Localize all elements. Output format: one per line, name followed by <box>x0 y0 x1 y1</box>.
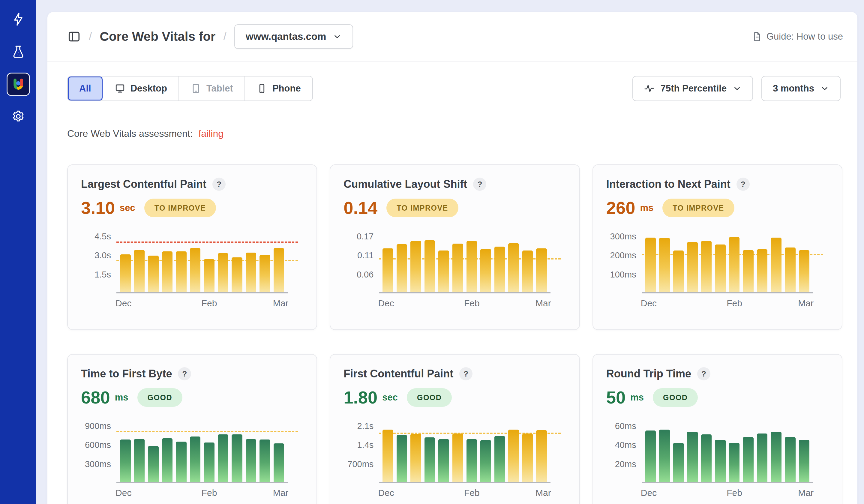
chart-bar[interactable] <box>218 434 229 482</box>
x-axis-label: Mar <box>798 488 814 498</box>
chart-bar[interactable] <box>246 439 256 482</box>
chart-bar[interactable] <box>799 440 810 482</box>
chart-bar[interactable] <box>701 434 712 482</box>
chart-bar[interactable] <box>729 237 740 292</box>
chart-bar[interactable] <box>536 430 547 482</box>
chart-bar[interactable] <box>536 248 547 292</box>
guide-link[interactable]: Guide: How to use <box>752 31 843 42</box>
tablet-icon <box>191 83 201 94</box>
chart-bar[interactable] <box>480 249 491 292</box>
help-icon[interactable]: ? <box>736 178 750 191</box>
chart-bar[interactable] <box>120 254 131 292</box>
chart-bar[interactable] <box>218 253 229 292</box>
card-title: Interaction to Next Paint <box>606 178 731 191</box>
chart-bar[interactable] <box>771 432 781 482</box>
chart-bar[interactable] <box>410 241 421 292</box>
chart-bar[interactable] <box>467 241 477 292</box>
date-range-dropdown[interactable]: 3 months <box>761 76 841 101</box>
card-title: Largest Contentful Paint <box>81 178 206 191</box>
chart-bar[interactable] <box>480 440 491 482</box>
chart-bar[interactable] <box>687 242 698 292</box>
chart-bar[interactable] <box>383 430 393 482</box>
chart-bar[interactable] <box>687 432 698 482</box>
chart-bar[interactable] <box>148 256 159 292</box>
metric-chart: 0.170.110.06 DecFebMar <box>344 233 566 311</box>
sidebar-toggle-icon[interactable] <box>67 30 81 44</box>
flask-icon[interactable] <box>11 45 25 59</box>
chart-bar[interactable] <box>729 443 740 482</box>
chart-bar[interactable] <box>673 443 684 482</box>
chart-bar[interactable] <box>757 249 768 292</box>
chart-bar[interactable] <box>148 446 159 482</box>
chart-bar[interactable] <box>659 238 670 292</box>
chart-bar[interactable] <box>785 248 795 292</box>
chart-bar[interactable] <box>757 433 768 482</box>
chart-bar[interactable] <box>743 437 754 482</box>
help-icon[interactable]: ? <box>697 367 710 381</box>
chart-bar[interactable] <box>701 241 712 292</box>
chart-bar[interactable] <box>232 434 242 482</box>
tab-desktop[interactable]: Desktop <box>103 76 179 100</box>
chart-bar[interactable] <box>522 251 533 292</box>
chart-bar[interactable] <box>274 248 285 292</box>
chart-bar[interactable] <box>645 431 656 482</box>
help-icon[interactable]: ? <box>473 178 486 191</box>
tab-all[interactable]: All <box>68 76 103 100</box>
chart-bar[interactable] <box>176 251 187 292</box>
chart-bar[interactable] <box>743 250 754 292</box>
chart-bar[interactable] <box>246 253 256 292</box>
chart-bar[interactable] <box>120 440 131 482</box>
chart-bar[interactable] <box>134 250 145 292</box>
app-logo[interactable] <box>7 73 30 96</box>
chart-bar[interactable] <box>453 243 463 292</box>
chart-bar[interactable] <box>397 244 407 292</box>
chart-bar[interactable] <box>260 440 270 482</box>
chart-bar[interactable] <box>508 430 519 482</box>
chart-bar[interactable] <box>162 438 173 482</box>
chart-plot-column: DecFebMar <box>379 233 550 311</box>
tab-phone[interactable]: Phone <box>245 76 312 100</box>
chart-plot-area <box>117 233 288 293</box>
chart-bar[interactable] <box>397 435 407 482</box>
chart-bar[interactable] <box>673 251 684 292</box>
chart-bar[interactable] <box>204 443 215 482</box>
chart-bar[interactable] <box>799 250 810 292</box>
chart-bar[interactable] <box>715 244 726 292</box>
chart-bar[interactable] <box>204 259 215 292</box>
chart-bar[interactable] <box>410 434 421 482</box>
help-icon[interactable]: ? <box>459 367 472 381</box>
chart-bar[interactable] <box>771 238 781 292</box>
chart-bar[interactable] <box>162 251 173 292</box>
chart-bar[interactable] <box>190 248 201 292</box>
chart-bar[interactable] <box>453 433 463 482</box>
help-icon[interactable]: ? <box>178 367 191 381</box>
lightning-icon[interactable] <box>11 12 25 26</box>
chart-bar[interactable] <box>659 430 670 482</box>
percentile-dropdown[interactable]: 75th Percentile <box>632 76 753 101</box>
chart-bar[interactable] <box>424 240 435 292</box>
chart-bar[interactable] <box>494 436 505 482</box>
chart-bar[interactable] <box>645 238 656 292</box>
help-icon[interactable]: ? <box>213 178 226 191</box>
chart-bar[interactable] <box>785 437 795 482</box>
chart-bar[interactable] <box>176 442 187 482</box>
chart-bar[interactable] <box>438 251 449 292</box>
gear-icon[interactable] <box>11 109 25 123</box>
chart-bar[interactable] <box>274 443 285 482</box>
chart-bar[interactable] <box>467 439 477 482</box>
chart-bar[interactable] <box>190 436 201 482</box>
tab-tablet[interactable]: Tablet <box>179 76 245 100</box>
chart-bar[interactable] <box>715 440 726 482</box>
chart-bar[interactable] <box>438 439 449 482</box>
chart-bar[interactable] <box>383 248 393 292</box>
chart-bar[interactable] <box>260 255 270 292</box>
chart-bar[interactable] <box>424 437 435 482</box>
chart-bar[interactable] <box>494 247 505 292</box>
metric-unit: ms <box>630 392 644 403</box>
chart-bar[interactable] <box>232 257 242 292</box>
site-dropdown[interactable]: www.qantas.com <box>234 24 353 49</box>
chart-bar[interactable] <box>134 439 145 482</box>
chart-bar[interactable] <box>522 433 533 482</box>
metric-unit: sec <box>120 203 135 213</box>
chart-bar[interactable] <box>508 243 519 292</box>
